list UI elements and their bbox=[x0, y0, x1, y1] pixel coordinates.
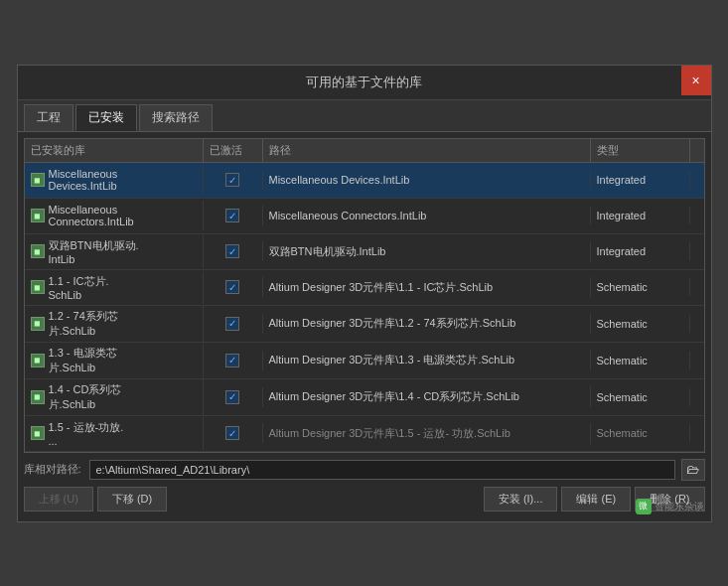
cell-name: ◼ 1.2 - 74系列芯片.SchLib bbox=[25, 306, 204, 342]
cell-extra bbox=[690, 394, 704, 400]
cell-path: Altium Designer 3D元件库\1.2 - 74系列芯片.SchLi… bbox=[263, 313, 591, 334]
cell-extra bbox=[690, 248, 704, 254]
cell-active[interactable]: ✓ bbox=[204, 241, 263, 261]
cell-path: Altium Designer 3D元件库\1.4 - CD系列芯片.SchLi… bbox=[263, 386, 591, 407]
cell-active[interactable]: ✓ bbox=[204, 170, 263, 190]
cell-type: Integrated bbox=[591, 207, 690, 224]
library-table: 已安装的库 已激活 路径 类型 ◼ MiscellaneousDevices.I… bbox=[24, 138, 705, 453]
cell-active[interactable]: ✓ bbox=[204, 351, 263, 370]
nav-buttons: 上移 (U) 下移 (D) bbox=[24, 487, 168, 512]
cell-extra bbox=[690, 321, 704, 327]
cell-type: Schematic bbox=[591, 424, 690, 442]
cell-active[interactable]: ✓ bbox=[204, 314, 263, 334]
col-header-path: 路径 bbox=[263, 139, 591, 162]
lib-icon: ◼ bbox=[31, 317, 45, 331]
lib-icon: ◼ bbox=[31, 280, 45, 294]
table-row[interactable]: ◼ 1.4 - CD系列芯片.SchLib ✓ Altium Designer … bbox=[25, 379, 704, 416]
buttons-row: 上移 (U) 下移 (D) 安装 (I)... 编辑 (E) 删除 (R) bbox=[24, 487, 705, 515]
edit-button[interactable]: 编辑 (E) bbox=[561, 487, 631, 512]
active-checkbox[interactable]: ✓ bbox=[225, 354, 239, 367]
table-row[interactable]: ◼ 1.3 - 电源类芯片.SchLib ✓ Altium Designer 3… bbox=[25, 343, 704, 379]
move-up-button[interactable]: 上移 (U) bbox=[24, 487, 93, 512]
cell-path: 双路BTN电机驱动.IntLib bbox=[263, 241, 591, 262]
cell-path: Miscellaneous Connectors.IntLib bbox=[263, 207, 591, 224]
cell-name: ◼ 1.1 - IC芯片.SchLib bbox=[25, 271, 204, 304]
table-row[interactable]: ◼ 1.2 - 74系列芯片.SchLib ✓ Altium Designer … bbox=[25, 306, 704, 343]
lib-icon: ◼ bbox=[31, 390, 45, 404]
active-checkbox[interactable]: ✓ bbox=[225, 426, 239, 440]
table-body[interactable]: ◼ MiscellaneousDevices.IntLib ✓ Miscella… bbox=[25, 163, 704, 452]
cell-active[interactable]: ✓ bbox=[204, 277, 263, 297]
lib-icon: ◼ bbox=[31, 209, 45, 222]
cell-type: Integrated bbox=[591, 242, 690, 260]
active-checkbox[interactable]: ✓ bbox=[225, 209, 239, 222]
content-area: 已安装的库 已激活 路径 类型 ◼ MiscellaneousDevices.I… bbox=[18, 132, 711, 521]
cell-path: Altium Designer 3D元件库\1.3 - 电源类芯片.SchLib bbox=[263, 350, 591, 370]
active-checkbox[interactable]: ✓ bbox=[225, 173, 239, 187]
path-row: 库相对路径: 🗁 bbox=[24, 459, 705, 481]
tab-search-path[interactable]: 搜索路径 bbox=[139, 104, 213, 131]
cell-type: Schematic bbox=[591, 352, 690, 369]
cell-name: ◼ 1.5 - 运放-功放.... bbox=[25, 417, 204, 450]
tab-bar: 工程 已安装 搜索路径 bbox=[18, 100, 711, 132]
cell-name: ◼ 1.3 - 电源类芯片.SchLib bbox=[25, 343, 204, 378]
wechat-icon: 微 bbox=[636, 499, 652, 514]
col-header-name: 已安装的库 bbox=[25, 139, 204, 162]
cell-name: ◼ MiscellaneousConnectors.IntLib bbox=[25, 201, 204, 230]
cell-extra bbox=[690, 284, 704, 290]
table-row[interactable]: ◼ MiscellaneousConnectors.IntLib ✓ Misce… bbox=[25, 199, 704, 234]
move-down-button[interactable]: 下移 (D) bbox=[97, 487, 167, 512]
cell-active[interactable]: ✓ bbox=[204, 423, 263, 443]
cell-name: ◼ MiscellaneousDevices.IntLib bbox=[25, 165, 204, 195]
cell-name: ◼ 双路BTN电机驱动.IntLib bbox=[25, 235, 204, 268]
lib-icon: ◼ bbox=[31, 244, 45, 258]
active-checkbox[interactable]: ✓ bbox=[225, 317, 239, 331]
folder-browse-button[interactable]: 🗁 bbox=[681, 459, 705, 481]
close-button[interactable]: × bbox=[681, 66, 711, 95]
table-row[interactable]: ◼ MiscellaneousDevices.IntLib ✓ Miscella… bbox=[25, 163, 704, 199]
table-row[interactable]: ◼ 1.1 - IC芯片.SchLib ✓ Altium Designer 3D… bbox=[25, 270, 704, 306]
col-header-type: 类型 bbox=[591, 139, 690, 162]
main-dialog: 可用的基于文件的库 × 工程 已安装 搜索路径 已安装的库 已激活 路径 类型 bbox=[17, 65, 712, 522]
active-checkbox[interactable]: ✓ bbox=[225, 280, 239, 294]
lib-icon: ◼ bbox=[31, 426, 45, 440]
table-row[interactable]: ◼ 1.5 - 运放-功放.... ✓ Altium Designer 3D元件… bbox=[25, 416, 704, 452]
cell-name: ◼ 1.4 - CD系列芯片.SchLib bbox=[25, 379, 204, 415]
active-checkbox[interactable]: ✓ bbox=[225, 390, 239, 404]
cell-active[interactable]: ✓ bbox=[204, 387, 263, 407]
cell-extra bbox=[690, 430, 704, 436]
cell-path: Miscellaneous Devices.IntLib bbox=[263, 171, 591, 189]
cell-path: Altium Designer 3D元件库\1.1 - IC芯片.SchLib bbox=[263, 277, 591, 298]
tab-installed[interactable]: 已安装 bbox=[75, 104, 137, 131]
watermark: 微 智能东杂谈 bbox=[636, 499, 704, 514]
table-row[interactable]: ◼ 双路BTN电机驱动.IntLib ✓ 双路BTN电机驱动.IntLib In… bbox=[25, 234, 704, 270]
path-label: 库相对路径: bbox=[24, 462, 83, 477]
cell-active[interactable]: ✓ bbox=[204, 206, 263, 225]
tab-project[interactable]: 工程 bbox=[24, 104, 73, 131]
dialog-title: 可用的基于文件的库 bbox=[306, 73, 422, 91]
folder-icon: 🗁 bbox=[686, 462, 699, 477]
lib-icon: ◼ bbox=[31, 173, 45, 187]
cell-path: Altium Designer 3D元件库\1.5 - 运放- 功放.SchLi… bbox=[263, 423, 591, 444]
cell-type: Schematic bbox=[591, 278, 690, 296]
table-header: 已安装的库 已激活 路径 类型 bbox=[25, 139, 704, 163]
cell-type: Schematic bbox=[591, 315, 690, 333]
cell-type: Schematic bbox=[591, 388, 690, 406]
lib-icon: ◼ bbox=[31, 354, 45, 367]
col-header-active: 已激活 bbox=[204, 139, 263, 162]
cell-extra bbox=[690, 358, 704, 364]
cell-extra bbox=[690, 177, 704, 183]
cell-type: Integrated bbox=[591, 171, 690, 189]
col-header-scroll bbox=[690, 139, 704, 162]
watermark-text: 智能东杂谈 bbox=[655, 500, 704, 513]
bottom-section: 库相对路径: 🗁 上移 (U) 下移 (D) 安装 (I)... 编辑 (E) … bbox=[24, 453, 705, 515]
cell-extra bbox=[690, 213, 704, 219]
install-button[interactable]: 安装 (I)... bbox=[484, 487, 558, 512]
active-checkbox[interactable]: ✓ bbox=[225, 244, 239, 258]
title-bar: 可用的基于文件的库 × bbox=[18, 66, 711, 100]
path-input[interactable] bbox=[89, 460, 675, 480]
